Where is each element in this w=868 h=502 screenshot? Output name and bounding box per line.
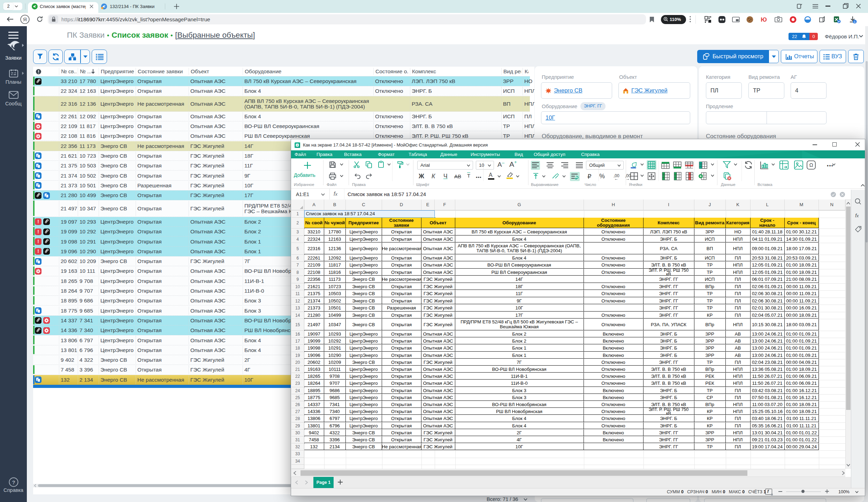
svg-text:1: 1 — [854, 20, 855, 24]
svg-text:?: ? — [12, 479, 15, 485]
svg-text:Я: Я — [23, 16, 27, 22]
svg-text:Ω: Ω — [809, 162, 813, 168]
svg-text:Ю: Ю — [761, 16, 767, 23]
